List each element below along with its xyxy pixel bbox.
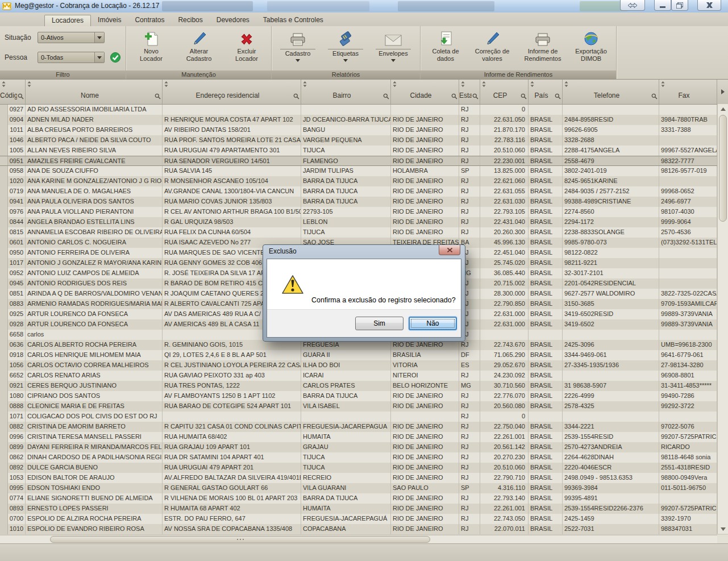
cell-city[interactable]: RIO DE JANEIRO <box>391 217 459 227</box>
cell-state[interactable]: RJ <box>459 105 480 115</box>
cell-address[interactable]: QI 29, LOTES 2,4,6 E 8 BL A AP 501 <box>163 350 301 360</box>
table-row[interactable]: 0958ANA DE SOUZA CIUFFORUA SALVIA 145JAR… <box>0 166 728 176</box>
search-icon[interactable] <box>383 93 389 99</box>
table-row[interactable]: 1080CIPRIANO DOS SANTOSAV FLAMBOYANTS 12… <box>0 391 728 401</box>
cell-cep[interactable]: 20.510.060 <box>480 146 529 156</box>
tab-recibos[interactable]: Recibos <box>171 15 209 26</box>
cell-phone[interactable]: 98211-9221 <box>563 258 659 268</box>
cell-city[interactable]: RIO DE JANEIRO <box>391 504 459 514</box>
cell-fax[interactable] <box>659 412 717 422</box>
cell-country[interactable]: BRASIL <box>529 340 563 350</box>
cell-address[interactable]: RUA FELIX DA CUNHA 60/504 <box>163 227 301 238</box>
cell-cep[interactable]: 22.621.060 <box>480 176 529 186</box>
cell-name[interactable]: EDISON BALTOR DE ARAUJO <box>26 473 163 483</box>
cell-code[interactable]: 0904 <box>0 115 26 125</box>
cell-state[interactable]: RJ <box>459 463 480 473</box>
pessoa-dropdown[interactable]: 0-Todas <box>38 52 105 63</box>
cell-name[interactable]: ANA MANUELA DE O. MAGALHAES <box>26 186 163 197</box>
cell-state[interactable]: RJ <box>459 473 480 483</box>
cell-fax[interactable]: 27-98134-3280 <box>659 360 717 371</box>
cell-fax[interactable]: 98800-0949Vera <box>659 473 717 483</box>
cell-name[interactable]: ANA KARINE M GONZALEZ/ANTONIO J G RIO-MA <box>26 176 163 186</box>
cell-code[interactable]: 0958 <box>0 166 26 176</box>
cell-cep[interactable]: 22.261.001 <box>480 432 529 442</box>
cell-fax[interactable]: 99207-5725PATRICI <box>659 504 717 514</box>
etiquetas-button[interactable]: Etiquetas <box>324 30 367 70</box>
cell-state[interactable]: RJ <box>459 493 480 504</box>
cell-address[interactable]: AV.GRANDE CANAL 1300/1804-VIA CANCUN <box>163 186 301 197</box>
cell-district[interactable]: HUMAITA <box>301 504 391 514</box>
cell-name[interactable]: ARINDA A Q DE BARROS/VALDOMIRO VENANCIO <box>26 289 163 299</box>
search-icon[interactable] <box>472 93 479 99</box>
cell-code[interactable]: 0996 <box>0 432 26 442</box>
cell-state[interactable]: RJ <box>459 227 480 238</box>
cell-district[interactable]: VILA ISABEL <box>301 401 391 412</box>
close-button[interactable] <box>697 0 721 11</box>
cell-name[interactable]: carlos <box>26 330 163 340</box>
cell-address[interactable]: RUA GAVIAO PEIXOTO 331 ap 403 <box>163 371 301 381</box>
cell-city[interactable]: RIO DE JANEIRO <box>391 514 459 524</box>
cell-fax[interactable]: 99968-0652 <box>659 186 717 197</box>
cell-city[interactable]: BELO HORIZONTE <box>391 381 459 391</box>
cell-district[interactable]: BARRA DA TIJUCA <box>301 197 391 207</box>
cell-name[interactable]: DINAH CARDOSO DE A PADILHA/SONIA REGINA <box>26 452 163 463</box>
cell-city[interactable]: RIO DE JANEIRO <box>391 432 459 442</box>
cell-country[interactable]: BRASIL <box>529 217 563 227</box>
cell-name[interactable]: CARLOS ALBERTO ROCHA PEREIRA <box>26 340 163 350</box>
cell-name[interactable]: ALLAN NEVES RIBEIRO SILVA <box>26 146 163 156</box>
tab-contratos[interactable]: Contratos <box>128 15 171 26</box>
cell-fax[interactable]: 99292-3722 <box>659 401 717 412</box>
horizontal-scroll-thumb[interactable] <box>50 536 430 543</box>
cell-city[interactable]: VITORIA <box>391 360 459 371</box>
cell-cep[interactable]: 13.825.000 <box>480 166 529 176</box>
cell-state[interactable]: MG <box>459 381 480 391</box>
scroll-up-button[interactable] <box>719 105 727 113</box>
cell-address[interactable]: RUA SALVIA 145 <box>163 166 301 176</box>
alterar-cadastro-button[interactable]: Alterar Cadastro <box>177 30 221 70</box>
cell-cep[interactable]: 22.793.140 <box>480 493 529 504</box>
cell-country[interactable]: BRASIL <box>529 442 563 452</box>
cell-country[interactable]: BRASIL <box>529 514 563 524</box>
cell-city[interactable]: NITEROI <box>391 371 459 381</box>
cell-phone[interactable] <box>563 330 659 340</box>
table-row[interactable]: 1005ALLAN NEVES RIBEIRO SILVARUA URUGUAI… <box>0 146 728 156</box>
cell-country[interactable]: BRASIL <box>529 360 563 371</box>
table-row[interactable]: 0815ANNAMELIA ESCOBAR RIBEIRO DE OLIVEIR… <box>0 227 728 238</box>
cell-code[interactable]: 0925 <box>0 309 26 319</box>
cell-district[interactable]: GRAJAU <box>301 442 391 452</box>
cell-country[interactable]: BRASIL <box>529 125 563 135</box>
tab-devedores[interactable]: Devedores <box>210 15 256 26</box>
cell-country[interactable]: BRASIL <box>529 289 563 299</box>
cell-code[interactable]: 0888 <box>0 401 26 412</box>
cell-phone[interactable]: 2264-4628DINAH <box>563 452 659 463</box>
header-scroll-right-button[interactable] <box>717 80 728 104</box>
cell-state[interactable]: RJ <box>459 156 480 165</box>
cell-country[interactable]: BRASIL <box>529 452 563 463</box>
cell-code[interactable]: 0918 <box>0 350 26 360</box>
column-header-cep[interactable]: CEP <box>480 80 529 104</box>
cell-code[interactable]: 0951 <box>0 156 26 165</box>
vertical-scroll-thumb[interactable] <box>719 115 727 222</box>
cell-city[interactable]: RIO DE JANEIRO <box>391 176 459 186</box>
cell-cep[interactable]: 22.776.070 <box>480 391 529 401</box>
cell-state[interactable]: RJ <box>459 146 480 156</box>
cell-district[interactable]: RECREIO <box>301 473 391 483</box>
cell-address[interactable]: RUA TRES PONTAS, 1222 <box>163 381 301 391</box>
cell-country[interactable]: BRASIL <box>529 156 563 165</box>
cell-country[interactable]: BRASIL <box>529 524 563 534</box>
cell-state[interactable]: RJ <box>459 412 480 422</box>
cell-cep[interactable]: 0 <box>480 105 529 115</box>
cell-city[interactable] <box>391 105 459 115</box>
cell-fax[interactable] <box>659 330 717 340</box>
cell-city[interactable]: RIO DE JANEIRO <box>391 463 459 473</box>
cell-district[interactable]: BARRA DA TIJUCA <box>301 391 391 401</box>
cell-name[interactable]: DAYANI FERREIRA R MIRANDA/MARCOS FELIPE <box>26 442 163 452</box>
cell-cep[interactable]: 22.793.105 <box>480 207 529 217</box>
table-row[interactable]: 6652CARLOS RENATO ARIASRUA GAVIAO PEIXOT… <box>0 371 728 381</box>
cell-code[interactable]: 0893 <box>0 504 26 514</box>
table-row[interactable]: 1056CARLOS OCTAVIO CORREA MALHEIROSR CEL… <box>0 360 728 371</box>
cell-phone[interactable]: 2201-0542RESIDENCIAL <box>563 279 659 289</box>
cell-name[interactable]: ANTONIO J GONZALEZ R MAYOR/ANA KARINE <box>26 258 163 268</box>
pessoa-dropdown-button[interactable] <box>94 52 104 63</box>
cell-cep[interactable]: 29.052.670 <box>480 360 529 371</box>
